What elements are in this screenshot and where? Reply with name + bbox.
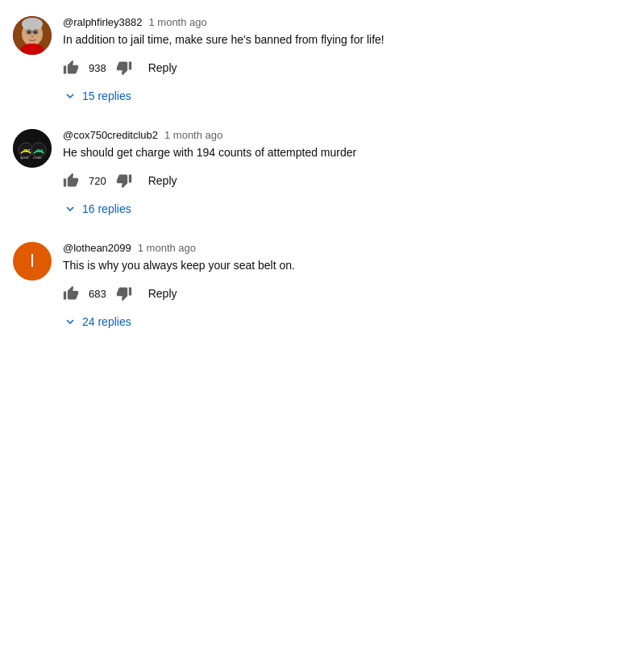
like-count-2: 720: [89, 175, 106, 187]
timestamp-1: 1 month ago: [148, 16, 206, 28]
reply-button-3[interactable]: Reply: [142, 284, 184, 303]
timestamp-3: 1 month ago: [138, 242, 196, 254]
dislike-button-1[interactable]: [116, 56, 132, 79]
replies-toggle-2[interactable]: 16 replies: [56, 198, 138, 219]
chevron-down-icon-1: [63, 89, 77, 103]
thumbs-up-icon-3: [63, 285, 79, 302]
like-button-2[interactable]: [63, 169, 79, 192]
svg-point-4: [27, 31, 31, 34]
comment-text-2: He should get charge with 194 counts of …: [63, 144, 631, 161]
reply-button-1[interactable]: Reply: [142, 58, 184, 77]
svg-point-5: [34, 31, 37, 34]
like-button-3[interactable]: [63, 282, 79, 305]
comment-1: @ralphfirley3882 1 month ago In addition…: [13, 16, 631, 106]
like-count-1: 938: [89, 62, 106, 74]
thumbs-down-icon-1: [116, 60, 132, 76]
username-2: @cox750creditclub2: [63, 129, 158, 141]
svg-point-2: [22, 18, 43, 31]
comment-header-2: @cox750creditclub2 1 month ago: [63, 129, 631, 141]
comment-header-3: @lothean2099 1 month ago: [63, 242, 631, 254]
svg-text:707: 707: [23, 148, 31, 153]
replies-count-3: 24 replies: [82, 315, 131, 328]
replies-toggle-3[interactable]: 24 replies: [56, 311, 138, 332]
svg-text:Credit: Credit: [33, 156, 42, 160]
comment-content-2: @cox750creditclub2 1 month ago He should…: [63, 129, 631, 219]
thumbs-up-icon-1: [63, 60, 79, 76]
thumbs-down-icon-3: [116, 285, 132, 302]
comment-text-3: This is why you always keep your seat be…: [63, 257, 631, 274]
thumbs-down-icon-2: [116, 173, 132, 189]
comment-3: l @lothean2099 1 month ago This is why y…: [13, 242, 631, 332]
chevron-down-icon-2: [63, 202, 77, 216]
svg-text:Speed: Speed: [20, 156, 29, 160]
svg-point-6: [31, 35, 34, 38]
comment-actions-2: 720 Reply: [63, 169, 631, 192]
replies-count-2: 16 replies: [82, 202, 131, 215]
dislike-button-3[interactable]: [116, 282, 132, 305]
dislike-button-2[interactable]: [116, 169, 132, 192]
reply-button-2[interactable]: Reply: [142, 171, 184, 190]
comment-text-1: In addition to jail time, make sure he's…: [63, 31, 631, 48]
username-3: @lothean2099: [63, 242, 131, 254]
avatar-cox: 707 710 Speed Credit: [13, 129, 52, 168]
replies-count-1: 15 replies: [82, 89, 131, 102]
comment-2: 707 710 Speed Credit @cox750creditclub2 …: [13, 129, 631, 219]
comment-content-3: @lothean2099 1 month ago This is why you…: [63, 242, 631, 332]
avatar-ralph: [13, 16, 52, 55]
timestamp-2: 1 month ago: [164, 129, 222, 141]
thumbs-up-icon-2: [63, 173, 79, 189]
username-1: @ralphfirley3882: [63, 16, 142, 28]
comment-header-1: @ralphfirley3882 1 month ago: [63, 16, 631, 28]
chevron-down-icon-3: [63, 314, 77, 329]
comment-actions-3: 683 Reply: [63, 282, 631, 305]
like-count-3: 683: [89, 288, 106, 300]
svg-text:710: 710: [36, 148, 44, 153]
comment-actions-1: 938 Reply: [63, 56, 631, 79]
avatar-lothean: l: [13, 242, 52, 281]
comment-content-1: @ralphfirley3882 1 month ago In addition…: [63, 16, 631, 106]
like-button-1[interactable]: [63, 56, 79, 79]
replies-toggle-1[interactable]: 15 replies: [56, 85, 138, 106]
avatar-initial-3: l: [31, 251, 35, 272]
